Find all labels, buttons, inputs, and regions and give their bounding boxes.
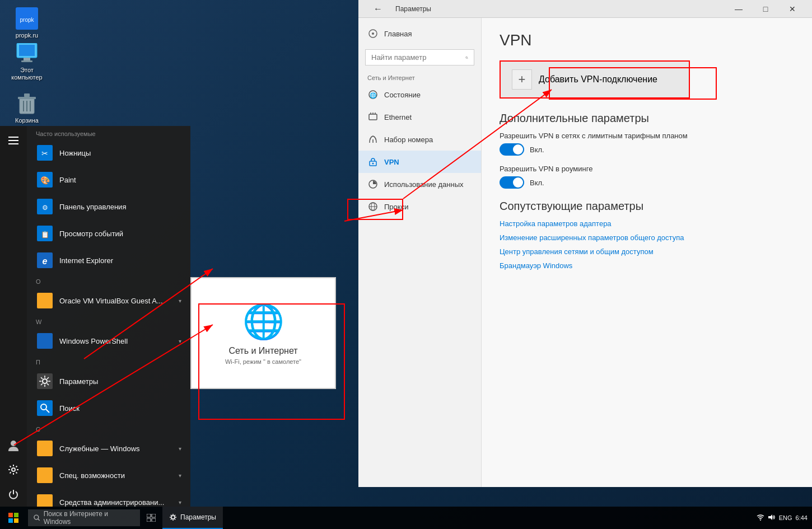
toggle1-label: Вкл. xyxy=(530,146,544,154)
start-item-admin-tools[interactable]: Средства администрировани... ▾ xyxy=(27,489,190,507)
start-menu: Часто используемые ✂ Ножницы 🎨 Paint ⚙ П… xyxy=(0,126,190,507)
svg-rect-27 xyxy=(37,293,53,308)
start-item-scissors[interactable]: ✂ Ножницы xyxy=(27,139,190,166)
toggle-row-1: Разрешить VPN в сетях с лимитным тарифны… xyxy=(500,132,794,156)
services-arrow: ▾ xyxy=(179,446,181,452)
toggle2-thumb xyxy=(513,177,523,188)
desktop-icon-propk[interactable]: propk propk.ru xyxy=(4,4,49,42)
start-item-control-panel[interactable]: ⚙ Панель управления xyxy=(27,193,190,220)
start-item-event-viewer[interactable]: 📋 Просмотр событий xyxy=(27,220,190,247)
tray-network-icon[interactable] xyxy=(757,514,764,522)
svg-rect-59 xyxy=(8,513,13,517)
tile-sub: Wi-Fi, режим " в самолете" xyxy=(225,358,301,365)
proxy-icon xyxy=(367,201,379,212)
svg-rect-66 xyxy=(152,514,156,517)
taskbar: Поиск в Интернете и Windows Параметры EN… xyxy=(0,507,812,529)
sidebar-user-icon[interactable] xyxy=(0,433,27,457)
toggle1[interactable] xyxy=(500,143,524,156)
svg-rect-36 xyxy=(37,494,53,507)
ie-icon: e xyxy=(36,251,54,269)
start-item-services[interactable]: Служебные — Windows ▾ xyxy=(27,435,190,462)
scissors-icon: ✂ xyxy=(36,144,54,162)
taskbar-search[interactable]: Поиск в Интернете и Windows xyxy=(28,509,140,526)
nav-ethernet[interactable]: Ethernet xyxy=(358,106,481,128)
admin-tools-icon xyxy=(36,493,54,507)
link-advanced-sharing[interactable]: Изменение расширенных параметров общего … xyxy=(500,233,794,242)
sidebar-settings-icon[interactable] xyxy=(0,457,27,482)
svg-rect-3 xyxy=(19,45,35,56)
svg-point-63 xyxy=(34,515,39,519)
tray-clock[interactable]: 6:44 xyxy=(796,514,808,521)
close-button[interactable]: ✕ xyxy=(780,0,805,18)
settings-search-input[interactable] xyxy=(371,53,465,62)
nav-home[interactable]: Главная xyxy=(358,22,481,45)
settings-panel: ← Параметры — □ ✕ Главная xyxy=(358,0,812,487)
section-c: С xyxy=(27,422,190,435)
back-button[interactable]: ← xyxy=(365,0,391,18)
svg-rect-60 xyxy=(14,513,18,517)
network-globe-icon: 🌐 xyxy=(242,302,284,341)
desktop: propk propk.ru Этот компьютер xyxy=(0,0,812,529)
toggle2[interactable] xyxy=(500,176,524,189)
search-icon-start xyxy=(36,399,54,417)
link-network-center[interactable]: Центр управления сетями и общим доступом xyxy=(500,247,794,256)
section-label: Сеть и Интернет xyxy=(358,70,481,83)
minimize-button[interactable]: — xyxy=(726,0,752,18)
svg-text:🎨: 🎨 xyxy=(40,176,50,185)
link-adapter-settings[interactable]: Настройка параметров адаптера xyxy=(500,219,794,228)
status-icon: 🌐 xyxy=(367,89,379,100)
start-item-search[interactable]: Поиск xyxy=(27,395,190,422)
nav-dial[interactable]: Набор номера xyxy=(358,128,481,151)
svg-rect-4 xyxy=(24,58,30,60)
dial-icon xyxy=(367,134,379,145)
sidebar-power-icon[interactable] xyxy=(0,482,27,507)
control-panel-icon: ⚙ xyxy=(36,198,54,216)
svg-rect-34 xyxy=(37,441,53,456)
oracle-arrow: ▾ xyxy=(179,298,181,304)
paint-icon: 🎨 xyxy=(36,171,54,189)
vpn-icon xyxy=(367,156,379,167)
taskbar-app-settings[interactable]: Параметры xyxy=(162,507,223,529)
taskbar-apps: Параметры xyxy=(162,507,752,529)
svg-text:⚙: ⚙ xyxy=(42,204,48,212)
toggle1-desc: Разрешить VPN в сетях с лимитным тарифны… xyxy=(500,132,794,140)
start-item-accessibility[interactable]: Спец. возможности ▾ xyxy=(27,462,190,489)
services-icon xyxy=(36,439,54,457)
home-icon xyxy=(367,28,379,39)
search-icon xyxy=(465,54,468,62)
svg-rect-68 xyxy=(152,518,156,522)
start-item-oracle[interactable]: Oracle VM VirtualBox Guest A... ▾ xyxy=(27,287,190,314)
svg-rect-65 xyxy=(147,514,151,517)
oracle-icon xyxy=(36,292,54,310)
start-button[interactable] xyxy=(0,507,27,529)
restore-button[interactable]: □ xyxy=(753,0,778,18)
nav-data-usage[interactable]: Использование данных xyxy=(358,173,481,195)
svg-rect-35 xyxy=(37,467,53,483)
toggle2-desc: Разрешить VPN в роуминге xyxy=(500,165,794,173)
tray-eng[interactable]: ENG xyxy=(779,514,792,521)
desktop-icon-computer[interactable]: Этот компьютер xyxy=(4,39,49,84)
toggle1-wrap: Вкл. xyxy=(500,143,794,156)
start-item-paint[interactable]: 🎨 Paint xyxy=(27,166,190,193)
link-firewall[interactable]: Брандмауэр Windows xyxy=(500,261,794,270)
start-item-ie[interactable]: e Internet Explorer xyxy=(27,247,190,274)
desktop-icon-trash[interactable]: Корзина xyxy=(4,90,49,127)
add-vpn-button[interactable]: + Добавить VPN-подключение xyxy=(500,60,690,99)
tray-volume-icon[interactable] xyxy=(768,514,776,522)
settings-search-box[interactable] xyxy=(365,49,474,65)
nav-vpn[interactable]: VPN xyxy=(358,151,481,173)
hamburger-menu-icon[interactable] xyxy=(0,128,27,153)
nav-status[interactable]: 🌐 Состояние xyxy=(358,83,481,106)
start-item-powershell[interactable]: Windows PowerShell ▾ xyxy=(27,327,190,354)
nav-proxy[interactable]: Прокси xyxy=(358,195,481,218)
section-w: W xyxy=(27,314,190,327)
svg-rect-28 xyxy=(37,333,53,349)
svg-rect-14 xyxy=(8,143,18,144)
frequent-label: Часто используемые xyxy=(27,126,190,139)
svg-text:✂: ✂ xyxy=(41,149,48,158)
svg-rect-12 xyxy=(8,137,18,138)
svg-point-49 xyxy=(372,163,374,165)
start-item-settings[interactable]: Параметры xyxy=(27,368,190,395)
accessibility-icon xyxy=(36,466,54,484)
task-view-button[interactable] xyxy=(140,507,162,529)
